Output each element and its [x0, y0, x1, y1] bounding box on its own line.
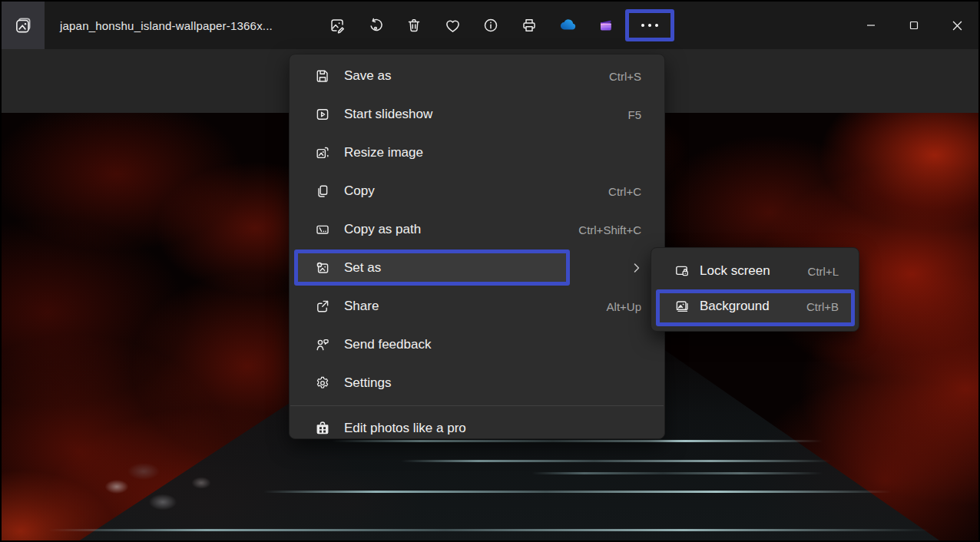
menu-item-label: Share — [344, 299, 607, 314]
menu-item-shortcut: Ctrl+S — [609, 70, 641, 83]
submenu-item-label: Lock screen — [700, 263, 808, 279]
submenu-item-label: Background — [700, 299, 806, 314]
resize-image-icon — [315, 145, 330, 160]
print-icon — [521, 17, 538, 34]
menu-item-settings[interactable]: Settings — [290, 364, 664, 402]
onedrive-cloud-icon — [558, 15, 578, 35]
background-icon — [674, 299, 690, 314]
app-logo-button[interactable] — [2, 2, 45, 49]
copy-as-path-icon — [315, 222, 330, 237]
menu-item-copy-as-path[interactable]: Copy as path Ctrl+Shift+C — [290, 210, 664, 249]
set-as-icon — [315, 260, 330, 276]
menu-item-save-as[interactable]: Save as Ctrl+S — [290, 57, 664, 95]
submenu-item-shortcut: Ctrl+L — [808, 265, 839, 278]
info-button[interactable] — [472, 2, 510, 49]
maximize-button[interactable] — [892, 2, 935, 49]
minimize-button[interactable] — [849, 2, 892, 49]
copy-icon — [315, 183, 330, 199]
slideshow-icon — [315, 107, 330, 122]
share-icon — [315, 299, 330, 314]
menu-item-label: Send feedback — [344, 337, 641, 352]
menu-item-label: Resize image — [344, 145, 641, 160]
menu-item-label: Start slideshow — [344, 107, 627, 122]
close-icon — [952, 21, 962, 31]
ellipsis-dot — [648, 24, 651, 27]
submenu-item-background[interactable]: Background Ctrl+B — [651, 289, 859, 324]
roadside-rocks — [71, 456, 247, 525]
submenu-item-shortcut: Ctrl+B — [806, 300, 839, 313]
onedrive-button[interactable] — [548, 2, 587, 49]
edit-image-button[interactable] — [318, 2, 356, 49]
menu-item-shortcut: F5 — [627, 108, 641, 121]
menu-item-shortcut: Ctrl+C — [608, 185, 641, 198]
toolbar — [318, 2, 674, 49]
menu-item-set-as[interactable]: Set as — [290, 249, 664, 287]
window-title: japan_honshu_island-wallpaper-1366x... — [60, 19, 273, 32]
window-controls — [849, 2, 978, 49]
menu-item-label: Edit photos like a pro — [344, 421, 641, 436]
save-icon — [315, 68, 330, 84]
set-as-submenu: Lock screen Ctrl+L Background Ctrl+B — [651, 247, 859, 332]
clipchamp-icon — [597, 16, 615, 35]
menu-item-label: Settings — [344, 375, 641, 391]
rotate-icon — [367, 17, 384, 34]
rotate-button[interactable] — [356, 2, 395, 49]
road-reflection — [48, 529, 931, 531]
menu-divider — [290, 405, 664, 406]
menu-item-edit-photos-like-a-pro[interactable]: Edit photos like a pro — [290, 409, 664, 439]
ellipsis-dot — [641, 24, 644, 27]
menu-item-start-slideshow[interactable]: Start slideshow F5 — [290, 95, 664, 134]
minimize-icon — [866, 21, 876, 30]
photos-app-window: japan_honshu_island-wallpaper-1366x... — [0, 0, 980, 542]
menu-item-label: Save as — [344, 68, 609, 84]
road-reflection — [401, 460, 831, 462]
favorite-heart-icon — [444, 17, 462, 35]
titlebar: japan_honshu_island-wallpaper-1366x... — [2, 2, 978, 49]
submenu-item-lock-screen[interactable]: Lock screen Ctrl+L — [651, 253, 859, 289]
menu-item-label: Set as — [344, 260, 621, 276]
delete-trash-icon — [406, 17, 422, 34]
photos-app-icon — [13, 15, 33, 35]
see-more-button[interactable] — [625, 9, 674, 41]
menu-item-copy[interactable]: Copy Ctrl+C — [290, 172, 664, 210]
favorite-button[interactable] — [433, 2, 472, 49]
menu-item-label: Copy as path — [344, 222, 578, 237]
print-button[interactable] — [510, 2, 548, 49]
store-icon — [315, 421, 330, 436]
clipchamp-button[interactable] — [587, 2, 625, 49]
ellipsis-dot — [655, 24, 658, 27]
maximize-icon — [909, 21, 919, 30]
close-button[interactable] — [935, 2, 978, 49]
submenu-chevron-icon — [632, 263, 641, 273]
menu-item-label: Copy — [344, 183, 608, 199]
settings-gear-icon — [315, 375, 330, 391]
edit-image-icon — [329, 17, 346, 34]
delete-button[interactable] — [395, 2, 433, 49]
menu-item-send-feedback[interactable]: Send feedback — [290, 326, 664, 364]
menu-item-shortcut: Ctrl+Shift+C — [578, 223, 641, 236]
menu-item-shortcut: Alt+Up — [607, 300, 641, 313]
road-reflection — [531, 472, 823, 474]
info-icon — [482, 17, 499, 34]
road-reflection — [263, 491, 892, 493]
lock-screen-icon — [674, 263, 690, 279]
menu-item-resize-image[interactable]: Resize image — [290, 134, 664, 172]
road-reflection — [332, 440, 823, 442]
menu-item-share[interactable]: Share Alt+Up — [290, 287, 664, 326]
feedback-icon — [315, 337, 330, 352]
context-menu: Save as Ctrl+S Start slideshow F5 — [289, 54, 665, 439]
